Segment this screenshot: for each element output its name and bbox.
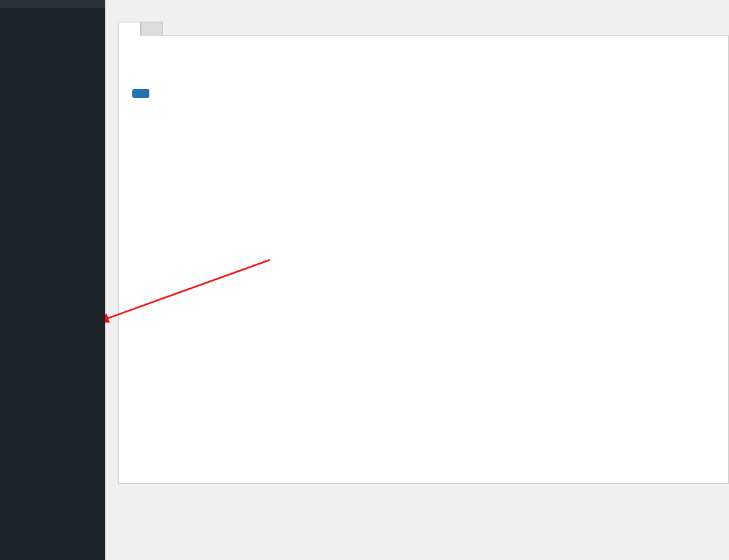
tab-styles-settings[interactable] [141, 22, 163, 36]
wbg-books-submenu [0, 0, 105, 8]
save-settings-button[interactable] [132, 89, 149, 98]
main-content [105, 0, 729, 560]
page-title [118, 7, 729, 22]
tab-content-settings[interactable] [118, 22, 141, 36]
content-settings-panel [118, 36, 729, 484]
admin-sidebar [0, 0, 105, 560]
settings-tabs [118, 22, 729, 36]
